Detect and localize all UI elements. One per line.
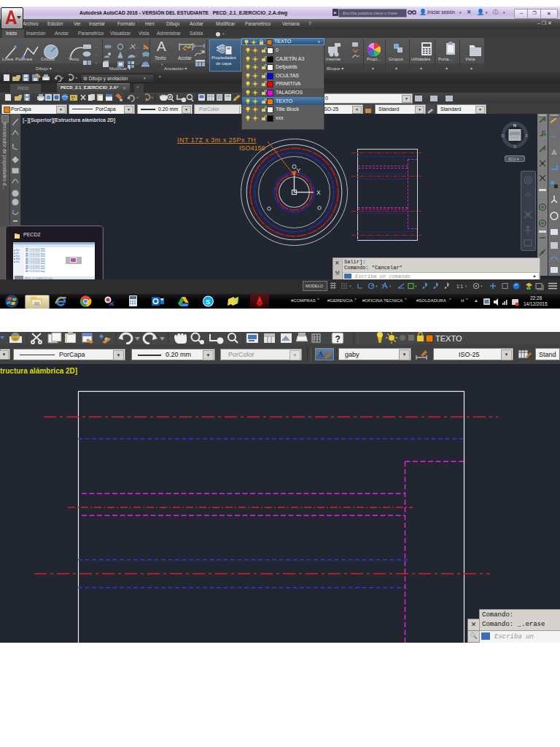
svg-text:?: ? bbox=[335, 334, 341, 344]
svg-text:E: E bbox=[525, 133, 528, 138]
svg-text:O: O bbox=[501, 133, 505, 138]
svg-text:Y: Y bbox=[297, 167, 301, 174]
svg-text:▾: ▾ bbox=[481, 284, 483, 288]
svg-text:▾: ▾ bbox=[376, 284, 378, 288]
svg-text:X: X bbox=[316, 189, 321, 196]
svg-text:▾: ▾ bbox=[465, 284, 467, 288]
svg-text:N: N bbox=[513, 123, 516, 128]
svg-text:S: S bbox=[206, 298, 210, 306]
svg-text:1:1: 1:1 bbox=[456, 284, 463, 289]
svg-text:INT 17Z x 3m x 25Px 7H: INT 17Z x 3m x 25Px 7H bbox=[177, 136, 256, 144]
svg-text:TEXTO: TEXTO bbox=[435, 334, 462, 343]
svg-text:▾: ▾ bbox=[349, 284, 351, 288]
svg-text:▾: ▾ bbox=[389, 284, 392, 288]
svg-text:ISO4156: ISO4156 bbox=[239, 144, 265, 152]
svg-text:▾: ▾ bbox=[415, 284, 417, 288]
svg-text:S: S bbox=[513, 144, 516, 149]
